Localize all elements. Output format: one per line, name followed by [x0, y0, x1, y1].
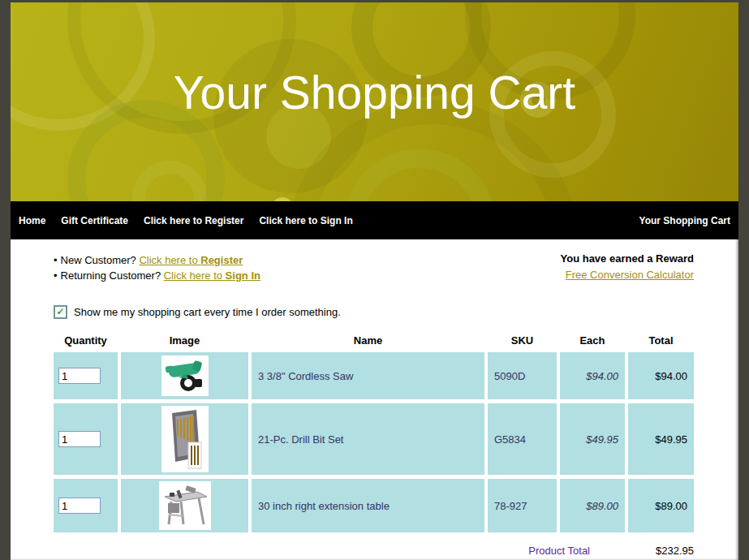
sign-in-link-bold: Sign In	[226, 269, 260, 282]
cart-row: 3 3/8" Cordless Saw 5090D $94.00 $94.00	[54, 352, 694, 399]
nav-your-shopping-cart[interactable]: Your Shopping Cart	[639, 215, 730, 226]
show-cart-checkbox[interactable]: ✓	[54, 305, 67, 319]
bullet: •	[54, 254, 58, 266]
cordless-saw-product-image	[161, 355, 209, 396]
column-header-name: Name	[252, 333, 484, 348]
cart-row: 21-Pc. Drill Bit Set G5834 $49.95 $49.95	[54, 403, 694, 475]
product-sku: 78-927	[488, 479, 557, 532]
sign-in-link-text: Click here to	[164, 269, 226, 282]
extension-table-product-image	[159, 481, 211, 530]
product-total-price: $49.95	[628, 403, 694, 475]
banner-circle-decoration	[272, 197, 293, 201]
product-sku: G5834	[488, 403, 557, 475]
nav-home[interactable]: Home	[19, 215, 45, 226]
page-title: Your Shopping Cart	[11, 66, 738, 119]
sign-in-link[interactable]: Click here to Sign In	[164, 269, 260, 282]
main-nav: Home Gift Certificate Click here to Regi…	[11, 201, 738, 239]
quantity-input[interactable]	[58, 431, 101, 447]
product-total-row: Product Total $232.95	[54, 542, 694, 560]
show-cart-preference: ✓ Show me my shopping cart every time I …	[54, 305, 694, 319]
product-each-price: $94.00	[560, 352, 625, 399]
quantity-cell	[54, 479, 118, 532]
image-cell	[121, 403, 248, 475]
quantity-cell	[54, 403, 118, 475]
image-cell	[121, 479, 248, 532]
product-total-value: $232.95	[590, 542, 694, 560]
column-header-sku: SKU	[488, 333, 557, 348]
returning-customer-text: Returning Customer?	[61, 269, 164, 282]
product-each-price: $89.00	[560, 479, 625, 532]
column-header-each: Each	[560, 333, 625, 348]
conversion-calculator-link[interactable]: Free Conversion Calculator	[561, 266, 695, 283]
reward-box: You have earned a Reward Free Conversion…	[561, 251, 695, 283]
register-link[interactable]: Click here to Register	[139, 254, 243, 266]
new-customer-text: New Customer?	[61, 254, 140, 266]
banner: Your Shopping Cart	[11, 2, 738, 201]
product-total-price: $94.00	[628, 352, 694, 399]
product-each-price: $49.95	[560, 403, 625, 475]
image-cell	[121, 352, 248, 399]
product-sku: 5090D	[488, 352, 557, 399]
quantity-cell	[54, 352, 118, 399]
nav-sign-in[interactable]: Click here to Sign In	[259, 215, 352, 226]
cart-row: 30 inch right extension table 78-927 $89…	[54, 479, 694, 532]
bullet: •	[54, 269, 58, 282]
product-total-label: Product Total	[528, 542, 590, 560]
register-link-bold: Register	[200, 254, 243, 266]
quantity-input[interactable]	[58, 498, 101, 514]
nav-gift-certificate[interactable]: Gift Certificate	[61, 215, 128, 226]
product-name: 30 inch right extension table	[252, 479, 484, 532]
drill-bit-set-product-image	[161, 406, 209, 472]
order-summary-section: Product Total $232.95 Discount -$23.30 S…	[54, 542, 694, 560]
page: Your Shopping Cart Home Gift Certificate…	[11, 2, 738, 560]
product-name: 3 3/8" Cordless Saw	[252, 352, 484, 399]
column-header-total: Total	[628, 333, 694, 348]
checkmark-icon: ✓	[56, 306, 64, 317]
content-area: •New Customer? Click here to Register •R…	[11, 239, 738, 560]
column-header-image: Image	[121, 333, 248, 348]
product-total-price: $89.00	[628, 479, 694, 532]
show-cart-label: Show me my shopping cart every time I or…	[74, 306, 341, 318]
nav-register[interactable]: Click here to Register	[144, 215, 243, 226]
cart-table: Quantity Image Name SKU Each Total	[54, 333, 694, 532]
product-name: 21-Pc. Drill Bit Set	[252, 403, 484, 475]
reward-message: You have earned a Reward	[561, 251, 695, 266]
cart-table-header: Quantity Image Name SKU Each Total	[54, 333, 694, 348]
register-link-text: Click here to	[139, 254, 200, 266]
quantity-input[interactable]	[58, 368, 101, 384]
column-header-quantity: Quantity	[54, 333, 118, 348]
